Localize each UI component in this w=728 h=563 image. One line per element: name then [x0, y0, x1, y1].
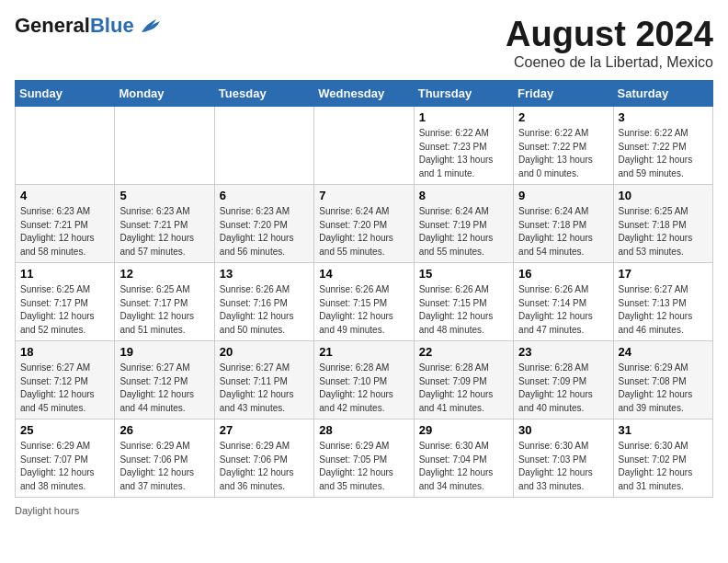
table-row: 20Sunrise: 6:27 AM Sunset: 7:11 PM Dayli… [214, 341, 313, 419]
day-number: 9 [518, 189, 608, 202]
calendar-table: SundayMondayTuesdayWednesdayThursdayFrid… [15, 80, 713, 498]
day-number: 29 [419, 423, 508, 437]
table-row [214, 107, 313, 185]
table-row: 29Sunrise: 6:30 AM Sunset: 7:04 PM Dayli… [414, 419, 513, 498]
day-info: Sunrise: 6:29 AM Sunset: 7:06 PM Dayligh… [119, 440, 209, 493]
day-info: Sunrise: 6:25 AM Sunset: 7:17 PM Dayligh… [20, 283, 109, 337]
logo-bird-icon [138, 16, 164, 36]
day-info: Sunrise: 6:28 AM Sunset: 7:10 PM Dayligh… [319, 362, 408, 415]
day-number: 22 [419, 345, 508, 359]
day-number: 26 [119, 423, 209, 437]
day-number: 16 [518, 267, 608, 281]
table-row: 5Sunrise: 6:23 AM Sunset: 7:21 PM Daylig… [115, 185, 214, 263]
day-info: Sunrise: 6:28 AM Sunset: 7:09 PM Dayligh… [518, 362, 608, 415]
table-row: 10Sunrise: 6:25 AM Sunset: 7:18 PM Dayli… [613, 185, 712, 263]
table-row [115, 107, 214, 185]
table-row: 9Sunrise: 6:24 AM Sunset: 7:18 PM Daylig… [514, 185, 613, 263]
table-row: 18Sunrise: 6:27 AM Sunset: 7:12 PM Dayli… [16, 341, 115, 419]
day-info: Sunrise: 6:29 AM Sunset: 7:05 PM Dayligh… [319, 440, 408, 493]
table-row [314, 107, 414, 185]
header: GeneralBlue August 2024 Coeneo de la Lib… [15, 15, 713, 71]
day-info: Sunrise: 6:22 AM Sunset: 7:22 PM Dayligh… [518, 127, 608, 180]
calendar-header-tuesday: Tuesday [214, 81, 313, 107]
table-row: 19Sunrise: 6:27 AM Sunset: 7:12 PM Dayli… [115, 341, 214, 419]
table-row: 22Sunrise: 6:28 AM Sunset: 7:09 PM Dayli… [414, 341, 513, 419]
table-row: 24Sunrise: 6:29 AM Sunset: 7:08 PM Dayli… [613, 341, 712, 419]
logo: GeneralBlue [15, 15, 164, 37]
day-number: 12 [119, 267, 209, 281]
day-number: 1 [419, 110, 508, 124]
table-row: 2Sunrise: 6:22 AM Sunset: 7:22 PM Daylig… [514, 107, 613, 185]
day-info: Sunrise: 6:30 AM Sunset: 7:04 PM Dayligh… [419, 440, 508, 493]
day-number: 13 [220, 267, 309, 281]
table-row: 6Sunrise: 6:23 AM Sunset: 7:20 PM Daylig… [214, 185, 313, 263]
day-number: 28 [319, 423, 408, 437]
table-row: 16Sunrise: 6:26 AM Sunset: 7:14 PM Dayli… [514, 263, 613, 341]
day-number: 24 [619, 345, 708, 359]
day-number: 21 [319, 345, 408, 359]
calendar-header-monday: Monday [115, 81, 214, 107]
day-info: Sunrise: 6:27 AM Sunset: 7:12 PM Dayligh… [20, 362, 109, 415]
day-info: Sunrise: 6:25 AM Sunset: 7:17 PM Dayligh… [119, 283, 209, 337]
table-row: 27Sunrise: 6:29 AM Sunset: 7:06 PM Dayli… [214, 419, 313, 498]
day-number: 8 [419, 189, 508, 202]
table-row: 14Sunrise: 6:26 AM Sunset: 7:15 PM Dayli… [314, 263, 414, 341]
table-row: 17Sunrise: 6:27 AM Sunset: 7:13 PM Dayli… [613, 263, 712, 341]
day-number: 3 [619, 110, 708, 124]
day-info: Sunrise: 6:26 AM Sunset: 7:16 PM Dayligh… [220, 283, 309, 337]
table-row: 1Sunrise: 6:22 AM Sunset: 7:23 PM Daylig… [414, 107, 513, 185]
calendar-header-friday: Friday [514, 81, 613, 107]
day-info: Sunrise: 6:23 AM Sunset: 7:21 PM Dayligh… [119, 205, 209, 259]
table-row: 28Sunrise: 6:29 AM Sunset: 7:05 PM Dayli… [314, 419, 414, 498]
day-number: 27 [220, 423, 309, 437]
day-number: 14 [319, 267, 408, 281]
table-row: 15Sunrise: 6:26 AM Sunset: 7:15 PM Dayli… [414, 263, 513, 341]
day-number: 18 [20, 345, 109, 359]
table-row: 23Sunrise: 6:28 AM Sunset: 7:09 PM Dayli… [514, 341, 613, 419]
day-info: Sunrise: 6:24 AM Sunset: 7:20 PM Dayligh… [319, 205, 408, 259]
day-info: Sunrise: 6:29 AM Sunset: 7:08 PM Dayligh… [619, 362, 708, 415]
day-number: 19 [119, 345, 209, 359]
day-info: Sunrise: 6:29 AM Sunset: 7:07 PM Dayligh… [20, 440, 109, 493]
day-number: 30 [518, 423, 608, 437]
day-info: Sunrise: 6:27 AM Sunset: 7:13 PM Dayligh… [619, 283, 708, 337]
table-row: 7Sunrise: 6:24 AM Sunset: 7:20 PM Daylig… [314, 185, 414, 263]
day-info: Sunrise: 6:23 AM Sunset: 7:21 PM Dayligh… [20, 205, 109, 259]
table-row: 26Sunrise: 6:29 AM Sunset: 7:06 PM Dayli… [115, 419, 214, 498]
day-number: 4 [20, 189, 109, 202]
footer: Daylight hours [15, 505, 713, 516]
table-row: 3Sunrise: 6:22 AM Sunset: 7:22 PM Daylig… [613, 107, 712, 185]
day-info: Sunrise: 6:29 AM Sunset: 7:06 PM Dayligh… [220, 440, 309, 493]
title-area: August 2024 Coeneo de la Libertad, Mexic… [506, 15, 713, 71]
calendar-header-thursday: Thursday [414, 81, 513, 107]
day-number: 10 [619, 189, 708, 202]
table-row: 8Sunrise: 6:24 AM Sunset: 7:19 PM Daylig… [414, 185, 513, 263]
table-row: 12Sunrise: 6:25 AM Sunset: 7:17 PM Dayli… [115, 263, 214, 341]
day-info: Sunrise: 6:30 AM Sunset: 7:02 PM Dayligh… [619, 440, 708, 493]
day-number: 23 [518, 345, 608, 359]
day-info: Sunrise: 6:27 AM Sunset: 7:12 PM Dayligh… [119, 362, 209, 415]
day-number: 6 [220, 189, 309, 202]
day-number: 17 [619, 267, 708, 281]
day-number: 25 [20, 423, 109, 437]
day-info: Sunrise: 6:26 AM Sunset: 7:15 PM Dayligh… [419, 283, 508, 337]
table-row: 13Sunrise: 6:26 AM Sunset: 7:16 PM Dayli… [214, 263, 313, 341]
logo-text-general: General [15, 14, 90, 37]
daylight-label: Daylight hours [15, 505, 79, 516]
day-info: Sunrise: 6:26 AM Sunset: 7:14 PM Dayligh… [518, 283, 608, 337]
day-info: Sunrise: 6:22 AM Sunset: 7:22 PM Dayligh… [619, 127, 708, 180]
day-info: Sunrise: 6:24 AM Sunset: 7:18 PM Dayligh… [518, 205, 608, 259]
calendar-header-saturday: Saturday [613, 81, 712, 107]
day-number: 5 [119, 189, 209, 202]
table-row [16, 107, 115, 185]
table-row: 21Sunrise: 6:28 AM Sunset: 7:10 PM Dayli… [314, 341, 414, 419]
table-row: 4Sunrise: 6:23 AM Sunset: 7:21 PM Daylig… [16, 185, 115, 263]
day-number: 7 [319, 189, 408, 202]
day-number: 2 [518, 110, 608, 124]
calendar-header-sunday: Sunday [16, 81, 115, 107]
table-row: 31Sunrise: 6:30 AM Sunset: 7:02 PM Dayli… [613, 419, 712, 498]
day-number: 11 [20, 267, 109, 281]
day-info: Sunrise: 6:27 AM Sunset: 7:11 PM Dayligh… [220, 362, 309, 415]
day-info: Sunrise: 6:25 AM Sunset: 7:18 PM Dayligh… [619, 205, 708, 259]
day-info: Sunrise: 6:22 AM Sunset: 7:23 PM Dayligh… [419, 127, 508, 180]
